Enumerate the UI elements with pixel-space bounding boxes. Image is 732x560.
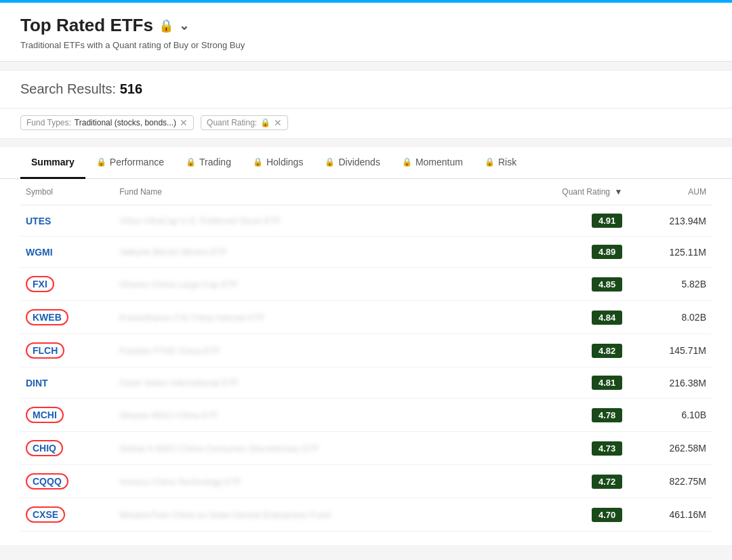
fund-name-cell: iShares MSCI China ETF — [114, 399, 503, 432]
main-content: Summary 🔒 Performance 🔒 Trading 🔒 Holdin… — [0, 147, 732, 545]
trading-lock-icon: 🔒 — [186, 157, 196, 167]
dividends-lock-icon: 🔒 — [325, 157, 335, 167]
aum-cell: 216.38M — [628, 367, 712, 399]
tab-performance-label: Performance — [110, 157, 164, 167]
fund-type-filter-chip[interactable]: Fund Types: Traditional (stocks, bonds..… — [20, 115, 194, 130]
quant-rating-cell: 4.82 — [503, 334, 628, 367]
tab-summary[interactable]: Summary — [20, 147, 85, 179]
col-fund-name: Fund Name — [114, 179, 503, 205]
aum-cell: 5.82B — [628, 268, 712, 301]
quant-rating-cell: 4.73 — [503, 432, 628, 465]
quant-rating-label: Quant Rating: — [207, 118, 257, 127]
fund-name-cell: iShares China Large-Cap ETF — [114, 268, 503, 301]
quant-rating-cell: 4.85 — [503, 268, 628, 301]
symbol-cell[interactable]: CHIQ — [20, 432, 114, 465]
fund-name-cell: Valkyrie Bitcoin Miners ETF — [114, 237, 503, 268]
search-results-section: Search Results: 516 — [0, 70, 732, 108]
fund-type-value: Traditional (stocks, bonds...) — [75, 118, 176, 127]
quant-rating-cell: 4.78 — [503, 399, 628, 432]
symbol-cell[interactable]: MCHI — [20, 399, 114, 432]
fund-name-cell: Franklin FTSE China ETF — [114, 334, 503, 367]
search-results-count: 516 — [120, 81, 142, 96]
quant-rating-cell: 4.70 — [503, 498, 628, 532]
header-section: Top Rated ETFs 🔒 ⌄ Traditional ETFs with… — [0, 3, 732, 62]
table-row: KWEBKraneShares CSI China Internet ETF4.… — [20, 301, 712, 334]
fund-type-close-icon[interactable]: ✕ — [180, 118, 188, 127]
aum-cell: 125.11M — [628, 237, 712, 268]
fund-type-label: Fund Types: — [26, 118, 71, 127]
rating-badge: 4.81 — [592, 376, 622, 390]
rating-badge: 4.78 — [592, 408, 622, 422]
sort-icon: ▼ — [614, 187, 622, 197]
table-wrapper: Symbol Fund Name Quant Rating ▼ AUM UTES… — [0, 179, 732, 532]
tab-dividends-label: Dividends — [338, 157, 380, 167]
tab-trading[interactable]: 🔒 Trading — [175, 147, 242, 179]
table-row: UTESVirtus InfraCap U.S. Preferred Stock… — [20, 205, 712, 237]
fund-name-cell: Virtus InfraCap U.S. Preferred Stock ETF — [114, 205, 503, 237]
tab-performance[interactable]: 🔒 Performance — [85, 147, 175, 179]
symbol-cell[interactable]: WGMI — [20, 237, 114, 268]
holdings-lock-icon: 🔒 — [253, 157, 263, 167]
tab-holdings[interactable]: 🔒 Holdings — [242, 147, 314, 179]
rating-badge: 4.72 — [592, 475, 622, 489]
etf-table: Symbol Fund Name Quant Rating ▼ AUM UTES… — [20, 179, 712, 532]
table-row: WGMIValkyrie Bitcoin Miners ETF4.89125.1… — [20, 237, 712, 268]
tab-trading-label: Trading — [199, 157, 231, 167]
quant-rating-cell: 4.84 — [503, 301, 628, 334]
symbol-cell[interactable]: FXI — [20, 268, 114, 301]
rating-badge: 4.82 — [592, 344, 622, 358]
col-quant-rating[interactable]: Quant Rating ▼ — [503, 179, 628, 205]
aum-cell: 461.16M — [628, 498, 712, 532]
momentum-lock-icon: 🔒 — [402, 157, 412, 167]
fund-name-cell: Global X MSCI China Consumer Discretiona… — [114, 432, 503, 465]
tab-risk[interactable]: 🔒 Risk — [474, 147, 527, 179]
symbol-cell[interactable]: CQQQ — [20, 465, 114, 498]
rating-badge: 4.85 — [592, 277, 622, 292]
quant-rating-close-icon[interactable]: ✕ — [274, 118, 282, 127]
fund-name-cell: Davis Select International ETF — [114, 367, 503, 399]
fund-name-cell: Invesco China Technology ETF — [114, 465, 503, 498]
quant-rating-cell: 4.89 — [503, 237, 628, 268]
fund-name-cell: WisdomTree China ex-State-Owned Enterpri… — [114, 498, 503, 532]
aum-cell: 6.10B — [628, 399, 712, 432]
header-subtitle: Traditional ETFs with a Quant rating of … — [20, 40, 712, 50]
rating-badge: 4.91 — [592, 214, 622, 228]
symbol-cell[interactable]: FLCH — [20, 334, 114, 367]
table-row: CQQQInvesco China Technology ETF4.72822.… — [20, 465, 712, 498]
aum-cell: 262.58M — [628, 432, 712, 465]
col-aum: AUM — [628, 179, 712, 205]
symbol-cell[interactable]: KWEB — [20, 301, 114, 334]
fund-name-cell: KraneShares CSI China Internet ETF — [114, 301, 503, 334]
symbol-cell[interactable]: CXSE — [20, 498, 114, 532]
tab-dividends[interactable]: 🔒 Dividends — [314, 147, 390, 179]
rating-badge: 4.84 — [592, 311, 622, 325]
rating-badge: 4.89 — [592, 245, 622, 259]
tab-summary-label: Summary — [31, 157, 75, 167]
quant-rating-cell: 4.72 — [503, 465, 628, 498]
aum-cell: 145.71M — [628, 334, 712, 367]
tabs-bar: Summary 🔒 Performance 🔒 Trading 🔒 Holdin… — [0, 147, 732, 179]
symbol-cell[interactable]: DINT — [20, 367, 114, 399]
rating-badge: 4.73 — [592, 441, 622, 456]
quant-rating-cell: 4.81 — [503, 367, 628, 399]
table-row: MCHIiShares MSCI China ETF4.786.10B — [20, 399, 712, 432]
title-lock-icon: 🔒 — [159, 18, 174, 33]
filters-section: Fund Types: Traditional (stocks, bonds..… — [0, 108, 732, 139]
table-row: CXSEWisdomTree China ex-State-Owned Ente… — [20, 498, 712, 532]
aum-cell: 213.94M — [628, 205, 712, 237]
table-row: FLCHFranklin FTSE China ETF4.82145.71M — [20, 334, 712, 367]
quant-rating-lock-icon: 🔒 — [260, 118, 270, 127]
table-header-row: Symbol Fund Name Quant Rating ▼ AUM — [20, 179, 712, 205]
rating-badge: 4.70 — [592, 508, 622, 522]
symbol-cell[interactable]: UTES — [20, 205, 114, 237]
title-text: Top Rated ETFs — [20, 15, 153, 36]
table-row: FXIiShares China Large-Cap ETF4.855.82B — [20, 268, 712, 301]
title-chevron-icon[interactable]: ⌄ — [179, 18, 189, 33]
quant-rating-filter-chip[interactable]: Quant Rating: 🔒 ✕ — [201, 115, 288, 130]
table-row: DINTDavis Select International ETF4.8121… — [20, 367, 712, 399]
tab-risk-label: Risk — [498, 157, 516, 167]
aum-cell: 822.75M — [628, 465, 712, 498]
col-symbol: Symbol — [20, 179, 114, 205]
aum-cell: 8.02B — [628, 301, 712, 334]
tab-momentum[interactable]: 🔒 Momentum — [391, 147, 474, 179]
